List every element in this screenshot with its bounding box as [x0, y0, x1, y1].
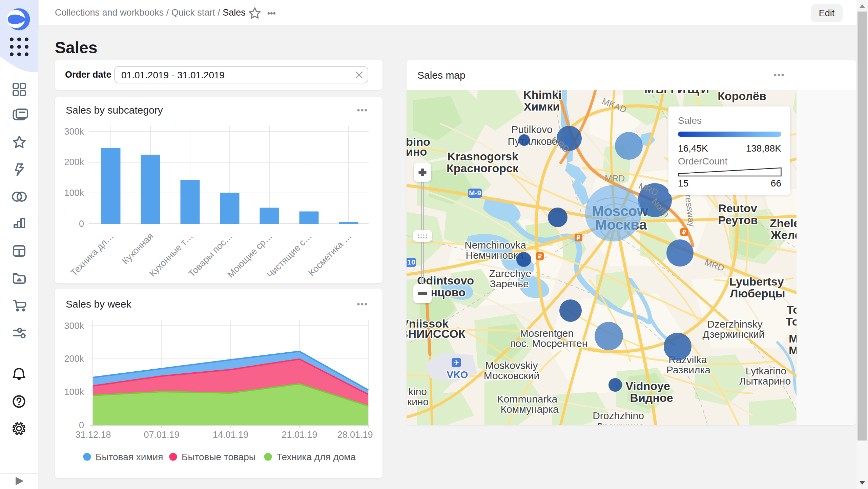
svg-text:28.01.19: 28.01.19	[337, 430, 373, 440]
svg-text:А-10: А-10	[407, 258, 415, 266]
svg-text:Видное: Видное	[630, 391, 673, 404]
svg-text:Московский: Московский	[484, 370, 539, 381]
svg-text:ВНИИССОК: ВНИИССОК	[407, 327, 466, 340]
svg-text:Zarechye: Zarechye	[489, 268, 531, 279]
svg-text:Moskovskiy: Moskovskiy	[485, 360, 538, 371]
svg-text:Техника для дома: Техника для дома	[276, 452, 356, 462]
svg-text:пос. Мосрентген: пос. Мосрентген	[510, 338, 588, 349]
svg-text:Развилка: Развилка	[666, 364, 710, 375]
svg-text:МЫТИЩИ: МЫТИЩИ	[644, 90, 711, 96]
svg-text:Sales by week: Sales by week	[66, 298, 131, 310]
svg-text:200k: 200k	[64, 157, 84, 167]
svg-text:Mosrentgen: Mosrentgen	[520, 328, 574, 339]
svg-text:200k: 200k	[64, 354, 84, 364]
svg-text:ино: ино	[407, 145, 427, 158]
svg-text:07.01.19: 07.01.19	[144, 430, 179, 440]
svg-text:₽: ₽	[682, 229, 686, 236]
svg-text:Lytkarino: Lytkarino	[746, 365, 787, 376]
svg-text:14.01.19: 14.01.19	[213, 430, 248, 440]
svg-text:MRD: MRD	[605, 173, 625, 183]
svg-text:Кухонная: Кухонная	[120, 231, 155, 266]
svg-text:31.12.18: 31.12.18	[75, 430, 111, 440]
svg-text:Khimki: Khimki	[523, 90, 561, 101]
svg-text:Химки: Химки	[524, 100, 560, 113]
svg-text:100k: 100k	[64, 188, 84, 198]
svg-text:✈: ✈	[453, 358, 459, 367]
svg-text:Дзержинский: Дзержинский	[702, 329, 764, 340]
svg-text:Бытовая химия: Бытовая химия	[96, 452, 163, 462]
svg-text:Krasnogorsk: Krasnogorsk	[447, 150, 518, 163]
svg-text:0: 0	[79, 420, 84, 430]
svg-text:Putilkovo: Putilkovo	[511, 124, 553, 135]
svg-text:Лыткарино: Лыткарино	[739, 375, 791, 387]
svg-text:кино: кино	[407, 396, 429, 407]
svg-text:Nemchinovka: Nemchinovka	[464, 239, 526, 251]
svg-text:Dzerzhinsky: Dzerzhinsky	[707, 318, 762, 330]
svg-text:Lyubertsy: Lyubertsy	[729, 275, 784, 288]
svg-text:Дрожжино: Дрожжино	[596, 421, 644, 425]
svg-text:21.01.19: 21.01.19	[282, 430, 317, 440]
svg-text:Kommunarka: Kommunarka	[497, 393, 558, 405]
svg-text:300k: 300k	[64, 126, 84, 137]
svg-text:₽: ₽	[538, 253, 542, 260]
svg-text:₽: ₽	[577, 235, 580, 241]
svg-text:VKO: VKO	[447, 369, 468, 380]
svg-text:300k: 300k	[64, 321, 84, 331]
svg-text:Sales by subcategory: Sales by subcategory	[66, 104, 163, 116]
svg-text:0: 0	[79, 219, 84, 229]
svg-text:Реутов: Реутов	[718, 214, 758, 227]
svg-text:Reutov: Reutov	[718, 202, 757, 215]
svg-text:Королёв: Королёв	[718, 90, 766, 102]
svg-text:Заречье: Заречье	[490, 278, 529, 289]
svg-text:М-9: М-9	[469, 189, 481, 197]
svg-text:Красногорск: Красногорск	[447, 162, 519, 175]
svg-text:Vidnoye: Vidnoye	[625, 379, 670, 392]
svg-text:Немчиновка: Немчиновка	[466, 250, 523, 261]
svg-text:100k: 100k	[64, 387, 84, 397]
svg-text:Бытовые товары: Бытовые товары	[182, 452, 256, 462]
svg-text:Коммунарка: Коммунарка	[500, 404, 558, 415]
svg-text:Люберцы: Люберцы	[730, 287, 785, 300]
svg-text:kino: kino	[408, 386, 427, 397]
svg-text:Техника дл…: Техника дл…	[68, 231, 116, 278]
svg-text:Drozhzhino: Drozhzhino	[593, 410, 644, 421]
